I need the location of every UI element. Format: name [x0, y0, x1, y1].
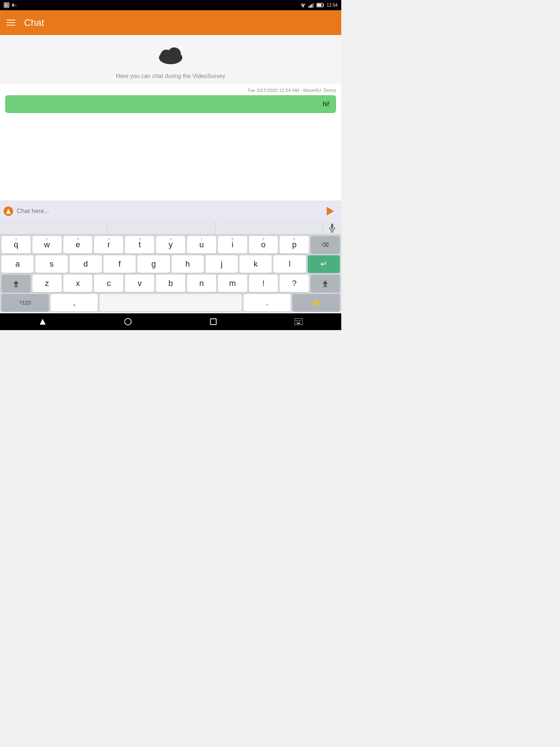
- key-l[interactable]: l: [273, 255, 306, 273]
- app-icon: A: [4, 2, 9, 8]
- key-comma[interactable]: ,: [51, 294, 98, 311]
- key-backspace[interactable]: ⌫: [311, 236, 340, 253]
- cloud-icon: [156, 44, 185, 70]
- key-shift-left[interactable]: [1, 275, 31, 292]
- key-o[interactable]: 9o: [249, 236, 278, 253]
- status-bar: A A ⚡ 11:54: [0, 0, 341, 10]
- battery-icon: ⚡: [316, 3, 324, 7]
- status-bar-left: A A: [4, 2, 18, 8]
- svg-rect-17: [331, 224, 333, 229]
- svg-rect-6: [310, 5, 311, 8]
- key-r[interactable]: 4r: [94, 236, 123, 253]
- key-e[interactable]: 3e: [63, 236, 93, 253]
- messages-container[interactable]: Tue 3/17/2020 11:54 AM - Move4U, Demo hi…: [0, 84, 341, 201]
- key-shift-right[interactable]: [311, 275, 340, 292]
- key-row-4: ?123 , . 🙂: [1, 294, 340, 311]
- send-arrow-icon: [327, 207, 334, 216]
- svg-text:A: A: [5, 3, 7, 7]
- key-v[interactable]: v: [125, 275, 154, 292]
- svg-text:⚡: ⚡: [318, 4, 321, 7]
- key-b[interactable]: b: [156, 275, 185, 292]
- suggestion-1[interactable]: [0, 221, 108, 234]
- send-button[interactable]: [323, 204, 338, 218]
- app-bar: Chat: [0, 10, 341, 35]
- key-enter[interactable]: ↵: [308, 255, 340, 273]
- emoji-indicator: [4, 206, 13, 216]
- chat-input-row: [0, 201, 341, 221]
- key-n[interactable]: n: [187, 275, 216, 292]
- key-i[interactable]: 8i: [218, 236, 247, 253]
- status-bar-right: ⚡ 11:54: [300, 3, 338, 8]
- chat-input[interactable]: [16, 205, 323, 217]
- key-h[interactable]: h: [172, 255, 204, 273]
- nav-home-button[interactable]: [120, 314, 136, 330]
- microphone-icon[interactable]: [323, 221, 341, 234]
- svg-rect-25: [295, 318, 303, 325]
- key-g[interactable]: g: [137, 255, 170, 273]
- key-num-switch[interactable]: ?123: [1, 294, 49, 311]
- key-k[interactable]: k: [240, 255, 272, 273]
- status-icon-2: A: [12, 2, 18, 8]
- nav-keyboard-button[interactable]: [291, 314, 307, 330]
- svg-rect-5: [308, 6, 310, 8]
- key-u[interactable]: 7u: [187, 236, 216, 253]
- svg-rect-7: [311, 4, 312, 8]
- bottom-nav: [0, 313, 341, 330]
- key-exclaim[interactable]: !: [249, 275, 278, 292]
- svg-point-15: [168, 47, 181, 61]
- key-space[interactable]: [100, 294, 241, 311]
- signal-icon: [308, 3, 314, 8]
- key-emoji[interactable]: 🙂: [292, 294, 340, 311]
- key-row-3: z x c v b n m ! ?: [1, 275, 340, 292]
- suggestion-3[interactable]: [215, 221, 323, 234]
- keyboard-area: 1q 2w 3e 4r 5t 6y 7u 8i 9o 0p ⌫ a s d f …: [0, 221, 341, 311]
- svg-point-4: [302, 7, 303, 8]
- key-x[interactable]: x: [63, 275, 93, 292]
- hamburger-menu[interactable]: [7, 20, 15, 26]
- key-t[interactable]: 5t: [125, 236, 154, 253]
- svg-rect-8: [313, 3, 314, 8]
- key-row-2: a s d f g h j k l ↵: [1, 255, 340, 273]
- key-d[interactable]: d: [70, 255, 102, 273]
- key-row-1: 1q 2w 3e 4r 5t 6y 7u 8i 9o 0p ⌫: [1, 236, 340, 253]
- key-c[interactable]: c: [94, 275, 123, 292]
- nav-back-button[interactable]: [35, 314, 51, 330]
- chat-subtitle: Here you can chat during the VideoSurvey: [116, 73, 225, 80]
- key-z[interactable]: z: [32, 275, 62, 292]
- message-timestamp: Tue 3/17/2020 11:54 AM - Move4U, Demo: [5, 88, 336, 93]
- key-p[interactable]: 0p: [280, 236, 309, 253]
- key-y[interactable]: 6y: [156, 236, 185, 253]
- app-title: Chat: [24, 17, 44, 28]
- svg-text:A: A: [15, 4, 17, 7]
- svg-rect-10: [323, 4, 324, 6]
- key-q[interactable]: 1q: [1, 236, 31, 253]
- message-bubble: hi!: [5, 95, 336, 113]
- svg-point-23: [125, 318, 131, 325]
- keyboard-keys: 1q 2w 3e 4r 5t 6y 7u 8i 9o 0p ⌫ a s d f …: [0, 235, 341, 311]
- keyboard-suggestion-row: [0, 221, 341, 235]
- key-a[interactable]: a: [1, 255, 34, 273]
- key-j[interactable]: j: [206, 255, 238, 273]
- key-f[interactable]: f: [104, 255, 136, 273]
- key-question[interactable]: ?: [280, 275, 309, 292]
- key-m[interactable]: m: [218, 275, 247, 292]
- key-w[interactable]: 2w: [32, 236, 62, 253]
- chat-header-area: Here you can chat during the VideoSurvey: [0, 35, 341, 84]
- svg-marker-16: [6, 209, 11, 214]
- svg-rect-2: [12, 4, 14, 7]
- svg-rect-24: [210, 319, 216, 325]
- suggestion-2[interactable]: [108, 221, 215, 234]
- svg-marker-22: [40, 319, 46, 325]
- time-display: 11:54: [327, 3, 338, 8]
- nav-recents-button[interactable]: [205, 314, 221, 330]
- chat-input-wrapper: [16, 205, 323, 217]
- key-s[interactable]: s: [35, 255, 67, 273]
- key-period[interactable]: .: [244, 294, 291, 311]
- wifi-icon: [300, 3, 306, 8]
